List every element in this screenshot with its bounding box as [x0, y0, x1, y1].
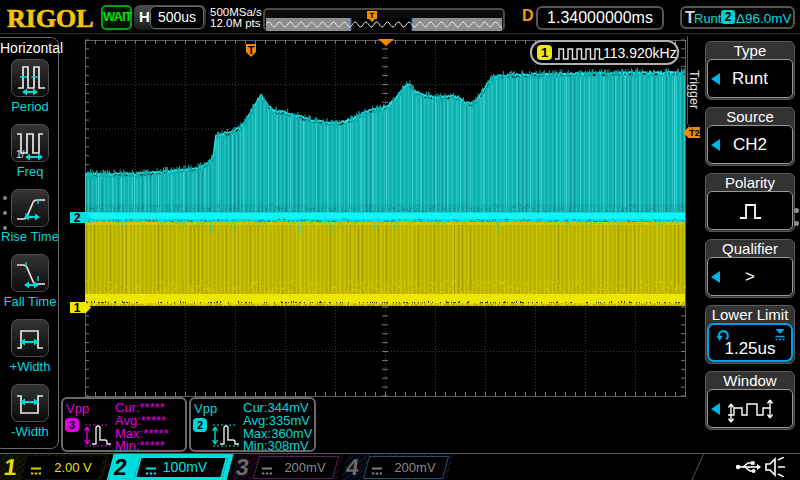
svg-text:1/: 1/ [16, 149, 25, 160]
svg-text:T: T [248, 44, 255, 56]
svg-text:1: 1 [74, 301, 81, 315]
svg-text:T: T [370, 11, 375, 20]
svg-text:2: 2 [74, 211, 81, 225]
